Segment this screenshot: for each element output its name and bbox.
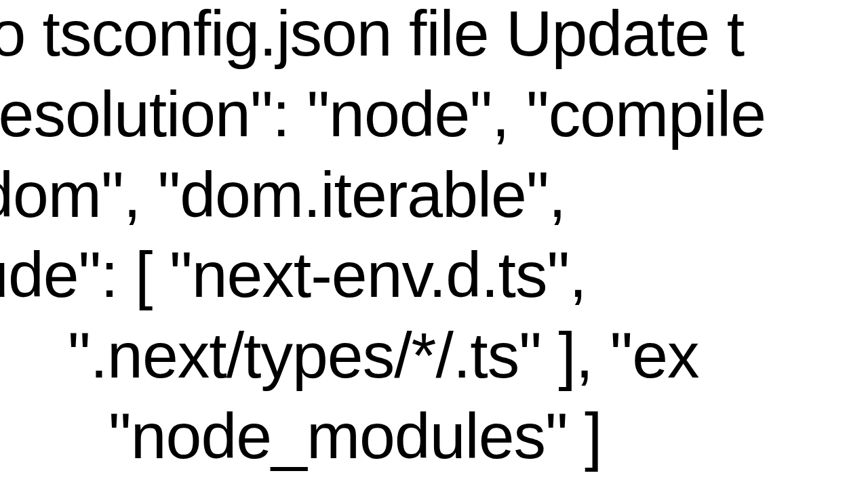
text-line-4: lude": [ "next-env.d.ts", <box>0 235 868 315</box>
text-line-2: Resolution": "node", "compile <box>0 74 868 155</box>
text-line-3: 'dom", "dom.iterable", <box>0 155 868 235</box>
text-line-6: "node_modules" ] <box>108 396 868 476</box>
text-line-1: to tsconfig.json file Update t <box>0 0 868 74</box>
document-text-block: to tsconfig.json file Update t Resolutio… <box>0 0 868 476</box>
text-line-5: ".next/types/*/.ts" ], "ex <box>68 315 868 396</box>
